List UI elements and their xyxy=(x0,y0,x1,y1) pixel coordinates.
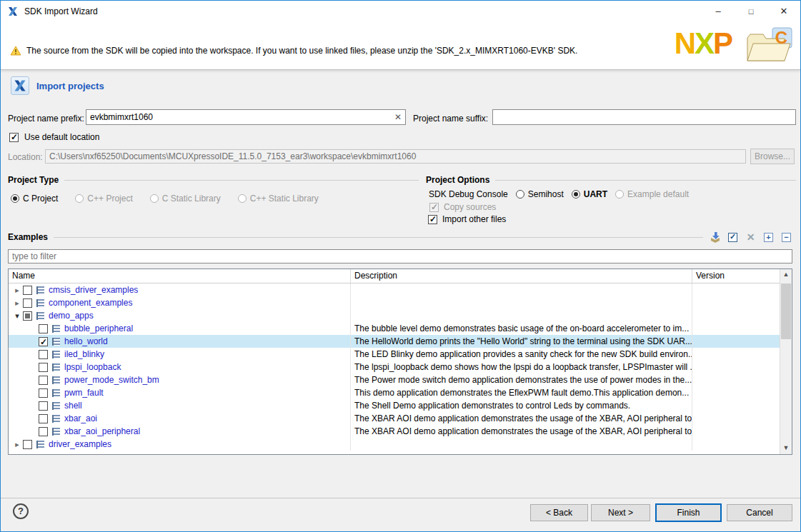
prefix-input[interactable] xyxy=(86,109,406,125)
scroll-up-icon[interactable]: ▲ xyxy=(780,269,792,281)
examples-table: Name Description Version ▸cmsis_driver_e… xyxy=(8,268,792,455)
table-row[interactable]: xbar_aoi_peripheralThe XBAR AOI demo app… xyxy=(9,425,780,438)
collapse-arrow-icon[interactable]: ▾ xyxy=(11,309,23,322)
table-row[interactable]: power_mode_switch_bmThe Power mode switc… xyxy=(9,373,780,386)
example-name: hello_world xyxy=(64,335,108,348)
row-checkbox[interactable] xyxy=(39,401,48,411)
example-list-icon xyxy=(52,363,60,371)
deselect-all-icon[interactable]: ✕ xyxy=(745,231,757,243)
scroll-down-icon[interactable]: ▼ xyxy=(780,443,792,454)
back-button[interactable]: < Back xyxy=(530,504,588,521)
table-row[interactable]: hello_worldThe HelloWorld demo prints th… xyxy=(9,335,780,348)
example-description: The LED Blinky demo application provides… xyxy=(350,348,692,361)
row-checkbox[interactable] xyxy=(23,286,32,295)
radio-semihost[interactable]: Semihost xyxy=(516,189,564,199)
example-name: lpspi_loopback xyxy=(64,361,121,373)
open-sdk-archive-icon[interactable] xyxy=(709,231,721,243)
radio-c-project[interactable]: C Project xyxy=(11,194,58,204)
use-default-location-checkbox[interactable] xyxy=(9,133,19,142)
example-name: cmsis_driver_examples xyxy=(49,283,138,296)
column-header-name[interactable]: Name xyxy=(9,269,350,283)
example-description xyxy=(350,309,692,322)
table-row[interactable]: ▸component_examples xyxy=(9,296,780,309)
select-all-icon[interactable] xyxy=(727,231,739,243)
maximize-button-icon[interactable]: □ xyxy=(735,1,767,22)
expand-arrow-icon[interactable]: ▸ xyxy=(11,283,23,296)
example-version xyxy=(692,283,780,296)
row-checkbox[interactable] xyxy=(39,427,48,436)
table-row[interactable]: xbar_aoiThe XBAR AOI demo application de… xyxy=(9,412,780,425)
next-button[interactable]: Next > xyxy=(591,504,650,521)
example-list-icon xyxy=(52,389,60,397)
filter-input[interactable] xyxy=(8,249,792,264)
example-version xyxy=(692,296,780,309)
table-row[interactable]: lpspi_loopbackThe lpspi_loopback demo sh… xyxy=(9,361,780,373)
radio-cpp-project[interactable]: C++ Project xyxy=(75,194,132,204)
column-header-version[interactable]: Version xyxy=(692,269,780,283)
radio-uart[interactable]: UART xyxy=(572,189,607,199)
radio-icon[interactable] xyxy=(150,194,159,203)
vertical-scrollbar[interactable]: ▲ ▼ xyxy=(780,269,792,454)
table-row[interactable]: ▸driver_examples xyxy=(9,438,780,451)
project-options-group-header: Project Options xyxy=(426,175,796,185)
column-header-description[interactable]: Description xyxy=(350,269,692,283)
radio-icon[interactable] xyxy=(238,194,247,203)
radio-example-default[interactable]: Example default xyxy=(615,189,689,199)
row-checkbox[interactable] xyxy=(39,388,48,398)
expand-arrow-icon[interactable]: ▸ xyxy=(11,438,23,451)
mcuxpresso-app-icon xyxy=(7,6,19,17)
table-row[interactable]: ▾demo_apps xyxy=(9,309,780,322)
example-name: xbar_aoi xyxy=(64,412,97,425)
scrollbar-thumb[interactable] xyxy=(781,283,791,339)
collapse-all-icon[interactable]: − xyxy=(780,231,792,243)
table-row[interactable]: ▸cmsis_driver_examples xyxy=(9,283,780,296)
row-checkbox[interactable] xyxy=(39,363,48,372)
row-checkbox[interactable] xyxy=(39,376,48,385)
example-name: power_mode_switch_bm xyxy=(64,373,159,386)
example-description: The XBAR AOI demo application demonstrat… xyxy=(350,425,692,438)
table-row[interactable]: shellThe Shell Demo application demonstr… xyxy=(9,399,780,412)
example-version xyxy=(692,348,780,361)
radio-icon[interactable] xyxy=(516,190,524,199)
sdk-debug-console-label: SDK Debug Console xyxy=(429,189,508,199)
finish-button[interactable]: Finish xyxy=(655,503,722,522)
example-version xyxy=(692,335,780,348)
browse-button[interactable]: Browse... xyxy=(750,149,795,164)
table-row[interactable]: bubble_peripheralThe bubble level demo d… xyxy=(9,322,780,335)
radio-icon[interactable] xyxy=(75,194,84,203)
help-button[interactable]: ? xyxy=(13,503,29,519)
radio-cpp-static-library[interactable]: C++ Static Library xyxy=(238,194,319,204)
copy-sources-checkbox[interactable] xyxy=(429,203,439,212)
example-description: The XBAR AOI demo application demonstrat… xyxy=(350,412,692,425)
row-checkbox[interactable] xyxy=(39,414,48,423)
cancel-button[interactable]: Cancel xyxy=(727,504,792,521)
radio-icon[interactable] xyxy=(572,190,580,199)
row-checkbox[interactable] xyxy=(23,311,32,321)
copy-sources-option[interactable]: Copy sources xyxy=(429,202,496,212)
example-list-icon xyxy=(52,325,60,333)
table-row[interactable]: pwm_faultThis demo application demonstra… xyxy=(9,386,780,399)
suffix-input[interactable] xyxy=(492,109,796,125)
example-name: xbar_aoi_peripheral xyxy=(64,425,140,438)
location-label: Location: xyxy=(8,152,43,162)
minimize-button-icon[interactable]: – xyxy=(702,1,735,22)
expand-all-icon[interactable]: + xyxy=(762,231,775,243)
radio-icon[interactable] xyxy=(11,194,19,203)
radio-icon[interactable] xyxy=(615,190,624,199)
radio-c-static-library[interactable]: C Static Library xyxy=(150,194,221,204)
row-checkbox[interactable] xyxy=(39,337,48,346)
example-version xyxy=(692,412,780,425)
row-checkbox[interactable] xyxy=(39,324,48,333)
expand-arrow-icon[interactable]: ▸ xyxy=(11,296,23,309)
use-default-location-option[interactable]: Use default location xyxy=(9,132,99,142)
row-checkbox[interactable] xyxy=(39,350,48,359)
row-checkbox[interactable] xyxy=(23,298,32,308)
import-other-files-checkbox[interactable] xyxy=(428,215,437,224)
close-button-icon[interactable]: ✕ xyxy=(767,1,800,22)
import-other-files-option[interactable]: Import other files xyxy=(428,214,506,224)
example-description: The Shell Demo application demonstrates … xyxy=(350,399,692,412)
copy-sources-label: Copy sources xyxy=(444,202,496,212)
table-row[interactable]: iled_blinkyThe LED Blinky demo applicati… xyxy=(9,348,780,361)
clear-prefix-icon[interactable]: ✕ xyxy=(393,112,403,122)
row-checkbox[interactable] xyxy=(23,440,32,449)
